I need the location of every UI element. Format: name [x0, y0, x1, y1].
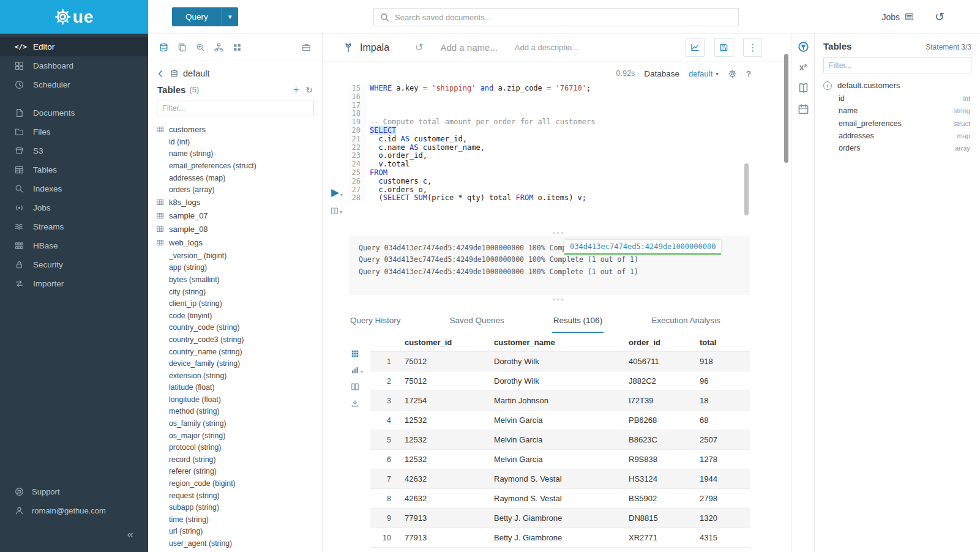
- settings-gear-icon[interactable]: [728, 69, 737, 78]
- column-item-name[interactable]: namestring: [823, 105, 971, 117]
- column-item[interactable]: longitude (float): [156, 393, 322, 406]
- column-item[interactable]: record (string): [156, 453, 322, 466]
- result-row[interactable]: 175012Dorothy Wilk4056711918: [370, 352, 750, 371]
- sidebar-item-jobs[interactable]: Jobs: [0, 198, 148, 217]
- sidebar-item-support[interactable]: Support: [0, 482, 148, 501]
- sidebar-item-editor[interactable]: </>Editor: [0, 37, 148, 56]
- briefcase-icon[interactable]: [302, 43, 311, 52]
- apps-grid-icon[interactable]: [233, 43, 242, 52]
- save-button[interactable]: [714, 38, 733, 57]
- impala-assist-icon[interactable]: [798, 41, 809, 53]
- column-item[interactable]: email_preferences (struct): [156, 160, 322, 172]
- column-item[interactable]: bytes (smallint): [156, 274, 322, 286]
- column-item[interactable]: id (int): [156, 136, 322, 148]
- breadcrumb-database[interactable]: default: [183, 69, 210, 78]
- column-item-email-preferences[interactable]: email_preferencesstruct: [823, 117, 971, 130]
- result-row[interactable]: 275012Dorothy WilkJ882C296: [370, 371, 750, 391]
- run-query-button[interactable]: ▶ ▾: [331, 187, 343, 198]
- databases-icon[interactable]: [159, 43, 168, 52]
- sidebar-item-hbase[interactable]: HBase: [0, 236, 148, 255]
- right-filter-input[interactable]: [823, 57, 971, 73]
- column-item[interactable]: os_family (string): [156, 417, 322, 430]
- column-item[interactable]: code (tinyint): [156, 310, 322, 322]
- results-header-total[interactable]: total: [695, 334, 750, 352]
- results-header-order-id[interactable]: order_id: [624, 334, 695, 352]
- editor-options-button[interactable]: ▾: [331, 207, 342, 215]
- download-icon[interactable]: [351, 399, 363, 408]
- hue-logo[interactable]: ue: [0, 0, 148, 34]
- table-item-sample-08[interactable]: sample_08: [156, 223, 322, 236]
- results-header-customer-id[interactable]: customer_id: [400, 334, 489, 352]
- sidebar-item-s3[interactable]: S3: [0, 141, 148, 160]
- sitemap-icon[interactable]: [214, 43, 223, 52]
- column-item[interactable]: name (string): [156, 148, 322, 160]
- column-item[interactable]: app (string): [156, 262, 322, 274]
- editor-scrollbar[interactable]: [744, 163, 749, 215]
- table-item-customers[interactable]: customers: [156, 122, 322, 136]
- sidebar-item-dashboard[interactable]: Dashboard: [0, 56, 148, 75]
- language-reference-icon[interactable]: [798, 82, 809, 94]
- main-scrollbar[interactable]: [784, 54, 788, 163]
- column-item-id[interactable]: idint: [823, 92, 971, 105]
- column-item[interactable]: subapp (string): [156, 501, 322, 513]
- table-filter-input[interactable]: [157, 100, 314, 116]
- query-name-input[interactable]: Add a name...: [440, 42, 497, 53]
- chart-button[interactable]: [686, 38, 705, 57]
- sidebar-item-streams[interactable]: Streams: [0, 217, 148, 236]
- query-dropdown-button[interactable]: ▾: [222, 7, 238, 26]
- tab-query-history[interactable]: Query History: [349, 309, 402, 333]
- column-item[interactable]: orders (array): [156, 184, 322, 196]
- database-selector[interactable]: default ▾: [689, 69, 719, 78]
- sidebar-item-indexes[interactable]: Indexes: [0, 179, 148, 198]
- more-actions-button[interactable]: ⋮: [743, 38, 762, 57]
- column-item[interactable]: request (string): [156, 490, 322, 502]
- table-item-sample-07[interactable]: sample_07: [156, 209, 322, 223]
- search-zoom-icon[interactable]: [196, 43, 205, 52]
- sidebar-item-security[interactable]: Security: [0, 255, 148, 274]
- result-row[interactable]: 317254Martin JohnsonI72T3918: [370, 391, 750, 411]
- sidebar-item-files[interactable]: Files: [0, 122, 148, 141]
- result-row[interactable]: 612532Melvin GarciaR9S8381278: [370, 450, 750, 469]
- column-item-orders[interactable]: ordersarray: [823, 142, 971, 154]
- column-item[interactable]: _version_ (bigint): [156, 250, 322, 262]
- tab-saved-queries[interactable]: Saved Queries: [449, 309, 506, 333]
- column-item-addresses[interactable]: addressesmap: [823, 130, 971, 142]
- query-id-overlay[interactable]: 034d413ec7474ed5:4249de1000000000: [564, 240, 721, 255]
- sidebar-collapse-button[interactable]: «: [127, 528, 133, 540]
- column-item[interactable]: country_name (string): [156, 346, 322, 358]
- column-item[interactable]: device_family (string): [156, 357, 322, 370]
- chart-view-icon[interactable]: ▾: [351, 366, 363, 375]
- sidebar-item-user[interactable]: romain@gethue.com: [0, 501, 148, 520]
- column-item[interactable]: method (string): [156, 406, 322, 418]
- query-description-input[interactable]: Add a descriptio...: [515, 43, 686, 52]
- query-button[interactable]: Query: [172, 7, 222, 26]
- result-row[interactable]: 412532Melvin GarciaPB626868: [370, 411, 750, 430]
- column-item[interactable]: user_agent (string): [156, 537, 322, 550]
- add-table-icon[interactable]: +: [293, 85, 299, 95]
- tab-execution-analysis[interactable]: Execution Analysis: [650, 309, 722, 333]
- documents-copy-icon[interactable]: [178, 43, 187, 52]
- result-row[interactable]: 1077913Betty J. GiambroneXR27714315: [370, 528, 750, 548]
- active-table[interactable]: i default.customers: [823, 81, 971, 90]
- resize-grip-bottom[interactable]: [557, 299, 559, 300]
- grid-view-icon[interactable]: [351, 349, 363, 358]
- column-item[interactable]: extension (string): [156, 370, 322, 382]
- columns-view-icon[interactable]: [351, 382, 363, 391]
- column-item[interactable]: referer (string): [156, 466, 322, 478]
- results-header-customer-name[interactable]: customer_name: [489, 334, 624, 352]
- column-item[interactable]: time (string): [156, 513, 322, 526]
- search-input[interactable]: [395, 13, 732, 22]
- back-chevron-icon[interactable]: [156, 69, 165, 78]
- sidebar-item-scheduler[interactable]: Scheduler: [0, 75, 148, 94]
- code-editor[interactable]: 1516171819202122232425262728 WHERE a.key…: [349, 84, 749, 203]
- column-item[interactable]: addresses (map): [156, 172, 322, 184]
- column-item[interactable]: os_major (string): [156, 430, 322, 442]
- column-item[interactable]: url (string): [156, 526, 322, 538]
- sidebar-item-tables[interactable]: Tables: [0, 160, 148, 179]
- column-item[interactable]: region_code (bigint): [156, 477, 322, 490]
- result-row[interactable]: 742632Raymond S. VestalHS31241944: [370, 469, 750, 489]
- global-history-icon[interactable]: ↺: [935, 10, 944, 24]
- column-item[interactable]: city (string): [156, 286, 322, 298]
- jobs-link[interactable]: Jobs: [882, 12, 915, 22]
- column-item[interactable]: protocol (string): [156, 441, 322, 453]
